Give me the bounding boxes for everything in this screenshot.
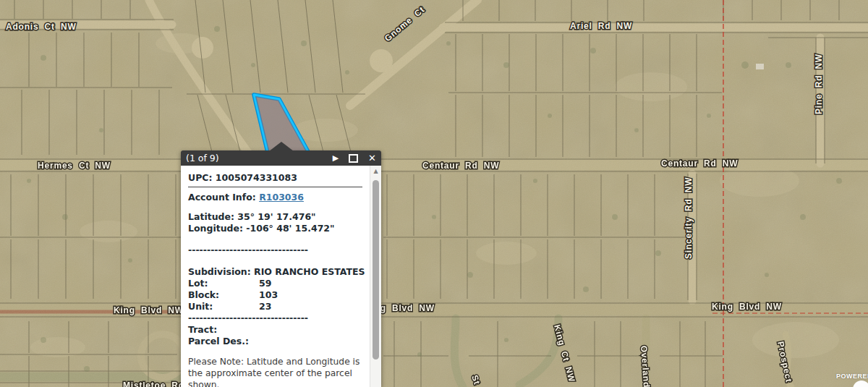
lot-label: Lot: — [188, 278, 259, 289]
image-grain — [0, 0, 868, 387]
popup-body: UPC: 1005074331083 Account Info: R103036… — [181, 166, 381, 387]
account-info-label: Account Info: — [188, 192, 259, 203]
scroll-up-icon[interactable]: ▲ — [370, 166, 381, 177]
street-label-king-blvd-3: King Blvd NW — [712, 302, 782, 312]
street-label-pine-rd: Pine Rd NW — [814, 54, 824, 114]
close-icon[interactable]: ✕ — [368, 153, 376, 163]
street-label-adonis-ct: Adonis Ct NW — [6, 22, 77, 32]
latitude-line: Latitude: 35° 19' 17.476" — [188, 211, 364, 223]
separator-dashes: -------------------------------- — [188, 244, 364, 256]
street-label-mistletoe-rd: Mistletoe Rd — [123, 380, 184, 387]
scrollbar-thumb[interactable] — [373, 180, 379, 360]
popup-scrollbar[interactable]: ▲ — [370, 166, 381, 387]
note-text: Please Note: Latitude and Longitude is t… — [188, 356, 364, 387]
map-canvas[interactable]: Adonis Ct NW Gnome Ct Ariel Rd NW Pine R… — [0, 0, 868, 387]
maximize-icon[interactable] — [349, 154, 358, 163]
upc-line: UPC: 1005074331083 — [188, 172, 364, 184]
street-label-centaur-rd-1: Centaur Rd NW — [422, 161, 499, 171]
unit-value: 23 — [259, 301, 271, 312]
street-label-ariel-rd: Ariel Rd NW — [570, 21, 632, 31]
next-result-icon[interactable]: ▶ — [333, 154, 339, 162]
tract-label: Tract: — [188, 324, 364, 336]
separator-dashes-2: -------------------------------- — [188, 312, 364, 324]
divider-rule — [188, 187, 362, 187]
parcel-des-label: Parcel Des.: — [188, 336, 364, 347]
popup-callout-arrow — [269, 142, 294, 151]
popup-header[interactable]: (1 of 9) ▶ ✕ — [181, 150, 381, 166]
longitude-line: Longitude: -106° 48' 15.472" — [188, 223, 364, 234]
lot-row: Lot: 59 — [188, 278, 364, 289]
block-label: Block: — [188, 289, 259, 301]
lot-value: 59 — [259, 278, 271, 289]
popup-result-counter: (1 of 9) — [186, 153, 323, 163]
parcel-info-popup: (1 of 9) ▶ ✕ UPC: 1005074331083 Account … — [181, 150, 381, 387]
account-link[interactable]: R103036 — [259, 192, 304, 203]
block-value: 103 — [259, 289, 278, 301]
street-label-king-blvd-1: King Blvd NW — [114, 305, 184, 315]
subdivision-line: Subdivision: RIO RANCHO ESTATES — [188, 266, 364, 278]
street-label-hermes-ct: Hermes Ct NW — [38, 161, 111, 171]
account-info-line: Account Info: R103036 — [188, 192, 364, 203]
block-row: Block: 103 — [188, 289, 364, 301]
street-label-sincerity-rd: Sincerity Rd NW — [684, 177, 694, 259]
powered-by-watermark: POWERED — [836, 373, 868, 380]
unit-label: Unit: — [188, 301, 259, 312]
unit-row: Unit: 23 — [188, 301, 364, 312]
street-label-centaur-rd-2: Centaur Rd NW — [661, 158, 738, 169]
map-viewport[interactable]: Adonis Ct NW Gnome Ct Ariel Rd NW Pine R… — [0, 0, 868, 387]
